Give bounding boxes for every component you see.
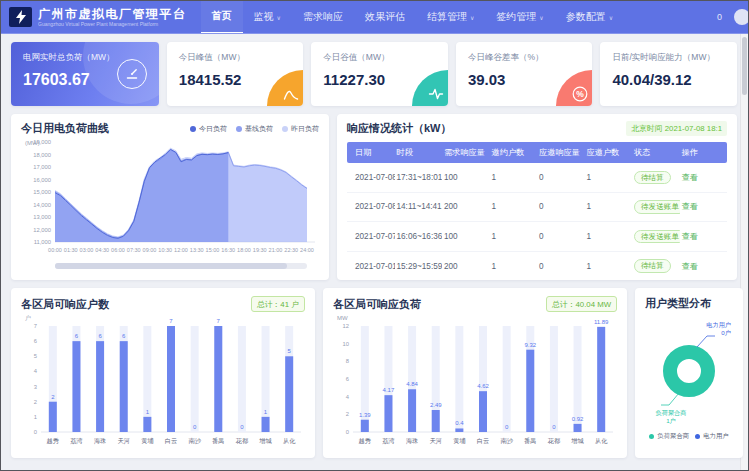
cell-demand: 100 — [442, 222, 490, 252]
svg-text:1: 1 — [34, 414, 37, 420]
legend-item[interactable]: 基线负荷 — [236, 124, 273, 134]
nav-item-home[interactable]: 首页 — [201, 1, 243, 34]
gauge-icon — [117, 59, 147, 89]
legend-label: 基线负荷 — [245, 124, 273, 134]
svg-text:增城: 增城 — [571, 437, 584, 445]
header-actions: 0 — [717, 9, 740, 25]
svg-text:花都: 花都 — [236, 437, 248, 445]
view-link[interactable]: 查看 — [682, 173, 698, 182]
svg-text:03:00: 03:00 — [80, 247, 94, 253]
datazoom-slider[interactable] — [55, 263, 307, 269]
kpi-label: 今日峰值（MW） — [179, 52, 292, 64]
cell-invited-users: 1 — [490, 163, 538, 192]
status-badge: 待结算 — [634, 259, 671, 273]
col-period: 时段 — [395, 142, 443, 163]
svg-text:5: 5 — [34, 353, 37, 359]
cell-period: 17:31~18:01 — [395, 163, 443, 192]
svg-text:17,000: 17,000 — [33, 164, 51, 170]
svg-text:%: % — [577, 89, 585, 99]
chevron-down-icon: ∨ — [470, 14, 474, 21]
cell-demand: 200 — [442, 251, 490, 280]
svg-text:黄埔: 黄埔 — [453, 437, 466, 444]
responsive-load-title: 各区局可响应负荷 — [333, 297, 421, 312]
user-type-title: 用户类型分布 — [641, 296, 711, 311]
responsive-load-total-badge: 总计：40.04 MW — [546, 296, 617, 312]
svg-text:增城: 增城 — [259, 437, 272, 445]
nav-item-settlement[interactable]: 结算管理∨ — [416, 1, 485, 34]
svg-text:0户: 0户 — [721, 329, 731, 336]
svg-text:白云: 白云 — [477, 437, 489, 445]
svg-text:6: 6 — [346, 376, 349, 382]
kpi-card-peak-valley-rate: 今日峰谷差率（%）39.03% — [456, 42, 593, 106]
user-type-panel: 用户类型分布 电力用户0户负荷聚合商1户 负荷聚合商电力用户 — [635, 288, 743, 458]
user-type-legend: 负荷聚合商电力用户 — [649, 432, 729, 441]
nav-item-contract[interactable]: 签约管理∨ — [485, 1, 554, 34]
chevron-down-icon: ∨ — [277, 14, 281, 21]
col-accepted-response: 应邀响应量 — [537, 142, 585, 163]
svg-text:荔湾: 荔湾 — [70, 437, 82, 445]
cell-period: 14:11~14:41 — [395, 192, 443, 222]
notification-count[interactable]: 0 — [717, 12, 722, 22]
svg-text:7: 7 — [34, 323, 37, 329]
avatar[interactable] — [734, 9, 748, 25]
view-link[interactable]: 查看 — [682, 262, 698, 271]
col-status: 状态 — [632, 142, 680, 163]
svg-text:黄埔: 黄埔 — [141, 437, 154, 444]
top-navbar: 广州市虚拟电厂管理平台 Guangzhou Virtual Power Plan… — [1, 1, 748, 34]
scrollbar-thumb[interactable] — [742, 37, 747, 95]
svg-text:09:00: 09:00 — [143, 247, 157, 253]
svg-text:13:30: 13:30 — [190, 247, 204, 253]
svg-text:12: 12 — [343, 323, 349, 329]
nav-item-demand-response[interactable]: 需求响应 — [292, 1, 354, 34]
svg-text:00:00: 00:00 — [48, 247, 62, 253]
kpi-value: 40.04/39.12 — [612, 71, 725, 88]
svg-text:7: 7 — [217, 318, 221, 324]
brand-subtitle: Guangzhou Virtual Power Plant Management… — [38, 22, 187, 27]
table-row: 2021-07-0115:29~15:59200101待结算查看 — [347, 251, 727, 280]
svg-text:07:30: 07:30 — [127, 247, 141, 253]
status-badge: 待发送账单 — [634, 200, 680, 214]
svg-text:番禺: 番禺 — [524, 437, 536, 445]
svg-text:4: 4 — [346, 394, 350, 400]
nav-item-monitoring[interactable]: 监视∨ — [243, 1, 292, 34]
nav-item-parameters[interactable]: 参数配置∨ — [555, 1, 624, 34]
user-type-donut-chart: 电力用户0户负荷聚合商1户 — [641, 311, 737, 431]
legend-item[interactable]: 负荷聚合商 — [649, 432, 689, 441]
kpi-label: 今日谷值（MW） — [323, 52, 436, 64]
view-link[interactable]: 查看 — [682, 232, 698, 241]
nav-item-label: 参数配置 — [566, 10, 606, 24]
svg-text:18:00: 18:00 — [237, 247, 251, 253]
svg-text:11.89: 11.89 — [594, 319, 609, 325]
datazoom-thumb[interactable] — [55, 263, 287, 269]
nav-item-effect-evaluation[interactable]: 效果评估 — [354, 1, 416, 34]
brand-block: 广州市虚拟电厂管理平台 Guangzhou Virtual Power Plan… — [38, 8, 187, 27]
cell-period: 16:06~16:36 — [395, 222, 443, 252]
svg-text:越秀: 越秀 — [47, 437, 59, 445]
svg-text:15,000: 15,000 — [33, 189, 51, 195]
legend-label: 负荷聚合商 — [657, 432, 689, 441]
beijing-time-badge: 北京时间 2021-07-08 18:1 — [626, 121, 727, 136]
nav-item-label: 监视 — [254, 10, 274, 24]
legend-item[interactable]: 今日负荷 — [190, 124, 227, 134]
cell-date: 2021-07-07 — [347, 222, 395, 252]
svg-text:番禺: 番禺 — [212, 437, 224, 445]
cell-status: 待结算 — [632, 163, 680, 192]
responsive-users-chart: 户012345672越秀6荔湾6海珠6天河1黄埔7白云0南沙7番禺0花都1增城5… — [21, 312, 305, 448]
view-link[interactable]: 查看 — [682, 202, 698, 211]
svg-text:花都: 花都 — [548, 437, 560, 445]
legend-item[interactable]: 昨日负荷 — [282, 124, 319, 134]
legend-label: 电力用户 — [703, 432, 729, 441]
table-row: 2021-07-0716:06~16:36100101待发送账单查看 — [347, 222, 727, 252]
svg-text:3: 3 — [34, 384, 37, 390]
cell-accepted-users: 1 — [585, 222, 633, 252]
cell-accepted-users: 1 — [585, 192, 633, 222]
nav-item-label: 效果评估 — [365, 10, 405, 24]
legend-dot — [190, 126, 196, 132]
col-demand: 需求响应量 — [442, 142, 490, 163]
table-row: 2021-07-0814:11~14:41200101待发送账单查看 — [347, 192, 727, 222]
legend-item[interactable]: 电力用户 — [695, 432, 729, 441]
col-date: 日期 — [347, 142, 395, 163]
svg-text:0.92: 0.92 — [572, 416, 584, 422]
kpi-card-response-capacity: 日前/实时响应能力（MW）40.04/39.12 — [600, 42, 737, 106]
status-badge: 待发送账单 — [634, 230, 680, 244]
